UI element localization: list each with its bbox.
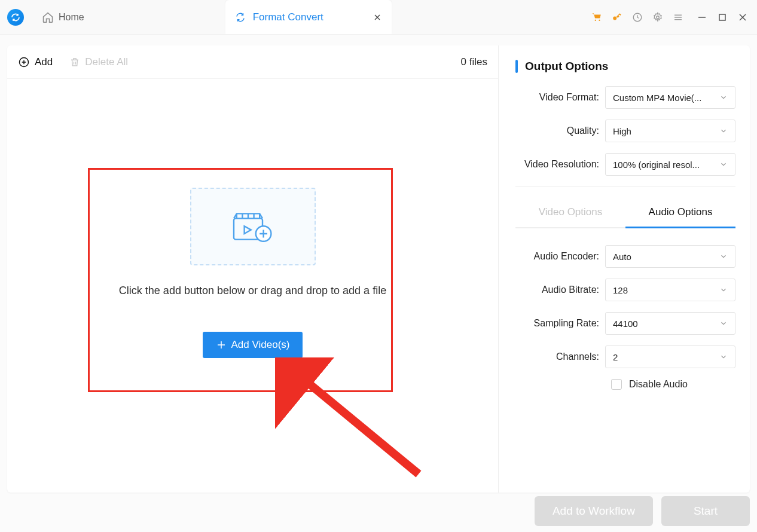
main-content: Add Delete All 0 files Click the add but…	[7, 45, 750, 493]
chevron-down-icon	[719, 353, 728, 361]
add-label: Add	[35, 56, 53, 68]
quality-label: Quality:	[515, 126, 605, 136]
tab-home-label: Home	[59, 12, 84, 23]
chevron-down-icon	[719, 160, 728, 169]
trash-icon	[69, 57, 80, 68]
menu-icon[interactable]	[672, 11, 684, 23]
cart-icon[interactable]	[591, 11, 603, 23]
disable-audio-label: Disable Audio	[629, 379, 688, 390]
add-video-button[interactable]: Add Video(s)	[203, 332, 303, 358]
audio-encoder-label: Audio Encoder:	[515, 251, 605, 262]
maximize-button[interactable]	[718, 13, 727, 22]
chevron-down-icon	[719, 319, 728, 328]
quality-select[interactable]: High	[605, 120, 735, 142]
audio-encoder-select[interactable]: Auto	[605, 245, 735, 268]
drop-target[interactable]	[190, 188, 316, 265]
close-tab-icon[interactable]	[373, 13, 382, 22]
file-toolbar: Add Delete All 0 files	[7, 45, 498, 79]
refresh-icon	[235, 12, 246, 23]
options-tabs: Video Options Audio Options	[515, 198, 735, 228]
accent-bar	[515, 60, 518, 73]
file-panel: Add Delete All 0 files Click the add but…	[7, 45, 499, 493]
plus-icon	[216, 340, 227, 350]
chevron-down-icon	[719, 252, 728, 261]
resolution-select[interactable]: 100% (original resol...	[605, 153, 735, 176]
audio-options-group: Audio Encoder: Auto Audio Bitrate: 128 S…	[515, 245, 735, 390]
delete-all-label: Delete All	[85, 56, 128, 68]
chevron-down-icon	[719, 93, 728, 102]
options-panel: Output Options Video Format: Custom MP4 …	[499, 45, 750, 493]
key-icon[interactable]	[611, 11, 623, 23]
add-video-label: Add Video(s)	[231, 339, 290, 351]
drop-zone[interactable]: Click the add button below or drag and d…	[100, 188, 405, 358]
output-options-title: Output Options	[525, 60, 608, 73]
tab-label: Format Convert	[253, 11, 323, 23]
add-to-workflow-button[interactable]: Add to Workflow	[535, 496, 653, 526]
tab-video-options[interactable]: Video Options	[515, 198, 625, 228]
settings-icon[interactable]	[652, 11, 664, 23]
title-bar: Home Format Convert	[0, 0, 757, 35]
system-controls	[591, 11, 757, 23]
history-icon[interactable]	[631, 11, 643, 23]
file-count: 0 files	[461, 56, 487, 68]
output-options-header: Output Options	[515, 60, 735, 73]
channels-select[interactable]: 2	[605, 346, 735, 368]
channels-label: Channels:	[515, 351, 605, 362]
tab-audio-options[interactable]: Audio Options	[625, 198, 735, 228]
video-format-label: Video Format:	[515, 92, 605, 103]
video-add-icon	[229, 209, 277, 244]
close-window-button[interactable]	[738, 13, 747, 22]
add-button[interactable]: Add	[18, 56, 53, 68]
app-logo	[7, 9, 24, 26]
minimize-button[interactable]	[697, 13, 707, 22]
tab-format-convert[interactable]: Format Convert	[225, 0, 392, 34]
audio-bitrate-select[interactable]: 128	[605, 279, 735, 301]
tab-home[interactable]: Home	[32, 0, 94, 34]
delete-all-button: Delete All	[69, 56, 128, 68]
disable-audio-checkbox[interactable]	[611, 379, 622, 390]
footer-actions: Add to Workflow Start	[535, 496, 750, 526]
audio-bitrate-label: Audio Bitrate:	[515, 285, 605, 295]
sampling-rate-select[interactable]: 44100	[605, 312, 735, 335]
svg-point-0	[613, 16, 616, 20]
drop-instruction: Click the add button below or drag and d…	[100, 285, 405, 297]
svg-point-2	[657, 16, 660, 19]
plus-circle-icon	[18, 56, 30, 68]
start-button[interactable]: Start	[661, 496, 750, 526]
divider	[515, 186, 735, 187]
sampling-rate-label: Sampling Rate:	[515, 318, 605, 329]
chevron-down-icon	[719, 127, 728, 135]
resolution-label: Video Resolution:	[515, 159, 605, 170]
chevron-down-icon	[719, 286, 728, 294]
svg-rect-3	[719, 14, 725, 20]
video-format-select[interactable]: Custom MP4 Movie(...	[605, 86, 735, 109]
